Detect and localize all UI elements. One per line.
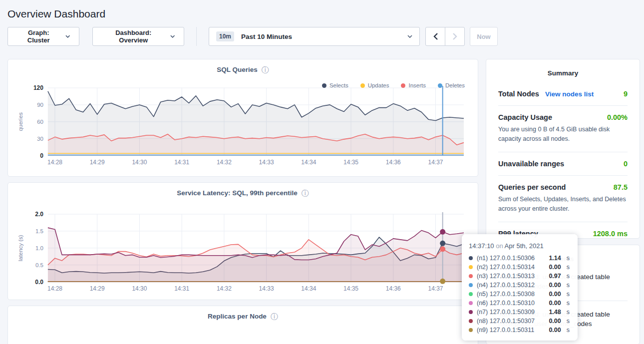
graph-dropdown[interactable]: Graph: Cluster	[7, 27, 79, 46]
legend-label: Updates	[368, 82, 389, 88]
svg-text:14:35: 14:35	[343, 159, 358, 166]
node-address: (n9) 127.0.0.1:50311	[477, 327, 534, 334]
legend-item-updates[interactable]: Updates	[360, 82, 389, 88]
crosshair-dot	[440, 241, 445, 246]
svg-text:120: 120	[33, 84, 43, 91]
svg-text:14:30: 14:30	[132, 285, 147, 292]
now-button[interactable]: Now	[470, 27, 498, 46]
svg-text:14:32: 14:32	[217, 285, 232, 292]
latency-unit: s	[567, 264, 570, 271]
overview-dashboard-page: Overview Dashboard Graph: Cluster Dashbo…	[0, 0, 644, 344]
sql-queries-legend: SelectsUpdatesInsertsDeletes	[322, 82, 465, 88]
view-nodes-list-link[interactable]: View nodes list	[545, 90, 594, 98]
tooltip-row: (n4) 127.0.0.1:503120.00s	[469, 281, 570, 290]
sql-queries-panel: SQL Queries ⓘ SelectsUpdatesInsertsDelet…	[7, 59, 478, 177]
tooltip-date: Apr 5th, 2021	[505, 242, 544, 250]
info-icon[interactable]: ⓘ	[302, 189, 309, 197]
chevron-left-icon	[433, 33, 438, 40]
replicas-per-node-panel: Replicas per Node ⓘ	[7, 306, 478, 344]
latency-unit: s	[567, 309, 570, 316]
tooltip-row: (n6) 127.0.0.1:503100.00s	[469, 299, 570, 308]
summary-heading: Summary	[498, 69, 628, 77]
legend-item-deletes[interactable]: Deletes	[438, 82, 465, 88]
time-range-label: Past 10 Minutes	[241, 33, 407, 40]
svg-text:0.0: 0.0	[35, 279, 43, 286]
node-color-dot	[469, 265, 473, 269]
node-color-dot	[469, 292, 473, 296]
latency-unit: s	[567, 255, 570, 262]
dashboard-dropdown[interactable]: Dashboard: Overview	[92, 27, 184, 46]
tooltip-row: (n7) 127.0.0.1:503091.48s	[469, 308, 570, 317]
legend-item-selects[interactable]: Selects	[322, 82, 348, 88]
node-address: (n2) 127.0.0.1:50314	[477, 264, 535, 271]
chart-title-text: Service Latency: SQL, 99th percentile	[177, 189, 298, 197]
node-address: (n7) 127.0.0.1:50309	[477, 309, 535, 316]
node-color-dot	[469, 319, 473, 323]
latency-unit: s	[567, 282, 570, 289]
node-address: (n3) 127.0.0.1:50313	[477, 273, 535, 280]
svg-text:14:29: 14:29	[90, 285, 105, 292]
chart-tooltip: 14:37:10 on Apr 5th, 2021 (n1) 127.0.0.1…	[462, 234, 578, 341]
legend-label: Selects	[329, 82, 348, 88]
graph-dropdown-label: Graph: Cluster	[17, 29, 60, 44]
controls-divider	[196, 27, 197, 46]
tooltip-timestamp: 14:37:10 on Apr 5th, 2021	[469, 242, 570, 250]
replicas-title-row: Replicas per Node ⓘ	[8, 306, 478, 320]
svg-text:14:32: 14:32	[217, 159, 232, 166]
tooltip-row: (n1) 127.0.0.1:503061.14s	[469, 254, 570, 263]
time-back-button[interactable]	[425, 27, 445, 46]
svg-text:2.0: 2.0	[35, 211, 43, 218]
summary-row-qps: Queries per second 87.5	[498, 183, 628, 191]
node-address: (n1) 127.0.0.1:50306	[477, 255, 535, 262]
legend-label: Inserts	[408, 82, 426, 88]
sql-queries-chart[interactable]: 030609012014:2814:2914:3014:3114:3214:33…	[8, 83, 478, 169]
node-color-dot	[469, 274, 473, 278]
svg-text:30: 30	[37, 136, 43, 142]
svg-text:1.5: 1.5	[35, 228, 43, 234]
node-latency-value: 0.00	[549, 282, 561, 289]
legend-dot	[438, 83, 442, 88]
capacity-value: 0.00%	[607, 113, 628, 121]
svg-text:14:28: 14:28	[47, 285, 62, 292]
time-forward-button[interactable]	[445, 27, 465, 46]
divider	[498, 152, 628, 152]
node-latency-value: 1.48	[549, 309, 561, 316]
summary-row-total-nodes: Total Nodes View nodes list 9	[498, 90, 628, 98]
node-address: (n6) 127.0.0.1:50310	[477, 300, 535, 307]
svg-text:90: 90	[37, 102, 43, 108]
latency-unit: s	[567, 291, 570, 298]
tooltip-row: (n9) 127.0.0.1:503110.00s	[469, 326, 570, 335]
charts-column: SQL Queries ⓘ SelectsUpdatesInsertsDelet…	[7, 59, 478, 344]
svg-text:14:28: 14:28	[47, 159, 62, 166]
chevron-right-icon	[453, 33, 457, 40]
svg-text:0.5: 0.5	[35, 262, 43, 268]
svg-text:14:33: 14:33	[259, 159, 274, 166]
legend-dot	[360, 83, 365, 88]
info-icon[interactable]: ⓘ	[262, 66, 269, 73]
summary-panel: Summary Total Nodes View nodes list 9 Ca…	[486, 59, 640, 239]
svg-text:14:31: 14:31	[174, 285, 189, 292]
tooltip-rows: (n1) 127.0.0.1:503061.14s(n2) 127.0.0.1:…	[469, 254, 570, 335]
capacity-label: Capacity Usage	[498, 113, 552, 121]
time-range-dropdown[interactable]: 10m Past 10 Minutes	[209, 27, 420, 46]
dashboard-dropdown-label: Dashboard: Overview	[102, 29, 165, 44]
crosshair-dot	[440, 279, 445, 284]
tooltip-row: (n3) 127.0.0.1:503130.97s	[469, 272, 570, 281]
svg-text:latency (s): latency (s)	[17, 235, 23, 261]
service-latency-chart[interactable]: 0.00.51.01.52.014:2814:2914:3014:3114:32…	[8, 210, 478, 296]
info-icon[interactable]: ⓘ	[271, 313, 278, 320]
divider	[498, 222, 628, 222]
tooltip-row: (n5) 127.0.0.1:503080.00s	[469, 290, 570, 299]
svg-text:14:33: 14:33	[259, 285, 274, 292]
node-latency-value: 0.00	[549, 327, 561, 334]
svg-text:queries: queries	[17, 112, 23, 131]
tooltip-on: on	[496, 242, 503, 250]
svg-text:14:36: 14:36	[386, 159, 401, 166]
chart-svg: 030609012014:2814:2914:3014:3114:3214:33…	[16, 83, 470, 169]
legend-item-inserts[interactable]: Inserts	[401, 82, 426, 88]
capacity-description: You are using 0 B of 4.5 GiB usable disk…	[498, 125, 628, 144]
latency-unit: s	[567, 300, 570, 307]
total-nodes-label: Total Nodes	[498, 90, 539, 98]
node-address: (n5) 127.0.0.1:50308	[477, 291, 535, 298]
node-latency-value: 1.14	[549, 255, 561, 262]
